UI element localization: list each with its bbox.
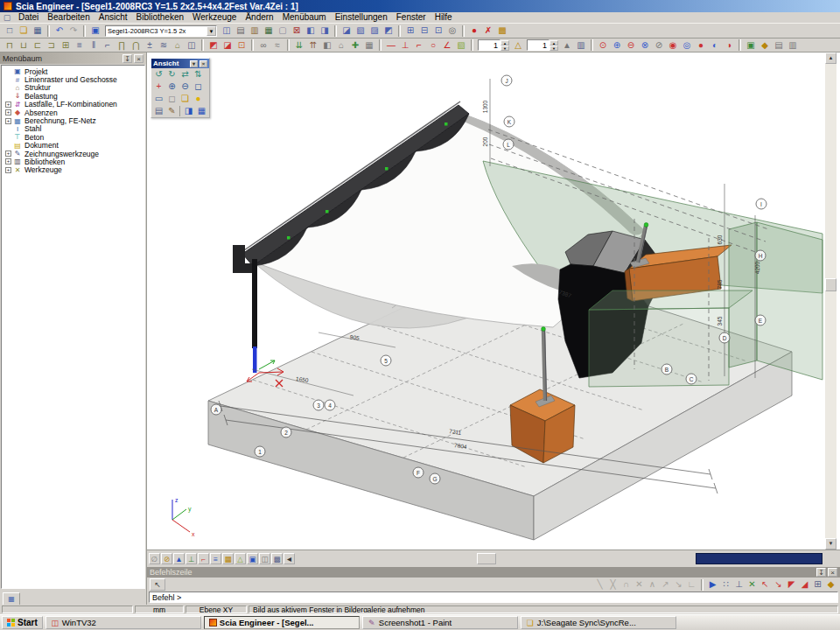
- tree-item-dokument[interactable]: ▤Dokument: [4, 142, 144, 150]
- supports-icon[interactable]: ⊥: [186, 553, 197, 564]
- arrange-windows-icon[interactable]: ◩: [382, 24, 396, 37]
- labels-icon[interactable]: ≡: [210, 553, 221, 564]
- expand-icon[interactable]: +: [5, 167, 11, 173]
- mesh-icon[interactable]: △: [234, 553, 246, 564]
- tree-item-zeichnungswerkzeuge[interactable]: +✎Zeichnungswerkzeuge: [4, 150, 144, 158]
- menu-ndern[interactable]: Ändern: [241, 12, 277, 23]
- expand-icon[interactable]: +: [5, 102, 11, 108]
- zoom-window-icon[interactable]: ◻: [192, 80, 205, 93]
- rotate-z-icon[interactable]: ⇄: [178, 68, 192, 80]
- redo-icon[interactable]: ↷: [66, 24, 80, 37]
- view-window-icon[interactable]: ◪: [340, 24, 354, 37]
- snap-midpoint-icon[interactable]: ✕: [746, 578, 759, 591]
- combo-dropdown-icon[interactable]: ▼: [206, 26, 216, 36]
- zoom-all-icon[interactable]: ▭: [152, 93, 165, 105]
- support-hinged-icon[interactable]: ⊕: [610, 39, 624, 52]
- save-icon[interactable]: ▦: [31, 24, 45, 37]
- tree-item-bibliotheken[interactable]: +▥Bibliotheken: [4, 158, 144, 165]
- axes-icon[interactable]: ▲: [173, 553, 185, 564]
- layers-icon[interactable]: ▥: [574, 39, 588, 52]
- split-horizontal-icon[interactable]: ◧: [304, 24, 318, 37]
- tree-item-absenzen[interactable]: +◆Absenzen: [4, 108, 144, 116]
- annotate-icon[interactable]: ✎: [165, 105, 178, 117]
- render-light-icon[interactable]: ●: [192, 93, 205, 105]
- mirror-icon[interactable]: ◧: [320, 39, 334, 52]
- results-icon[interactable]: ▣: [247, 553, 258, 564]
- horizontal-scroll-thumb[interactable]: [477, 553, 496, 564]
- scale-spinner-2[interactable]: 1 ▲▼: [527, 39, 558, 51]
- taskbar-task[interactable]: ◫WinTV32: [46, 616, 201, 629]
- zoom-out-icon[interactable]: ⊖: [178, 80, 192, 93]
- undo-icon[interactable]: ↶: [52, 24, 66, 37]
- snap-grid-icon[interactable]: ∷: [719, 578, 732, 591]
- support-point-icon[interactable]: ⊗: [638, 39, 652, 52]
- mesh-tool-icon[interactable]: ≋: [157, 39, 171, 52]
- save-view-icon[interactable]: ▣: [744, 39, 758, 52]
- snap-line-icon[interactable]: ╲: [593, 578, 606, 591]
- array-icon[interactable]: ▦: [362, 39, 376, 52]
- snap-vertex-icon[interactable]: ∧: [646, 578, 659, 591]
- dot-grid-icon[interactable]: ⊞: [811, 578, 824, 591]
- menu-einstellungen[interactable]: Einstellungen: [331, 12, 392, 23]
- load-surface-icon[interactable]: ●: [694, 39, 708, 52]
- move-icon[interactable]: ⇊: [292, 39, 306, 52]
- slab-tool-icon[interactable]: ⊏: [31, 39, 45, 52]
- snap-extension-icon[interactable]: ↘: [672, 578, 685, 591]
- menubaum-tab[interactable]: ▦: [3, 592, 20, 605]
- wireframe-icon[interactable]: ∅: [149, 553, 160, 564]
- tree-item-berechnung--fe-netz[interactable]: +▦Berechnung, FE-Netz: [4, 116, 144, 124]
- print-icon[interactable]: ▤: [234, 24, 248, 37]
- vertical-scrollbar[interactable]: ▲ ▼: [825, 52, 836, 550]
- load-free-icon[interactable]: ◑: [722, 39, 736, 52]
- perspective-icon[interactable]: ◨: [182, 105, 195, 117]
- activity-icon[interactable]: △: [511, 39, 525, 52]
- expand-icon[interactable]: +: [5, 158, 11, 164]
- spin-down-icon[interactable]: ▼: [550, 46, 558, 51]
- snap-arc-icon[interactable]: ∩: [620, 578, 633, 591]
- subregion-tool-icon[interactable]: ≡: [73, 39, 87, 52]
- page-icon[interactable]: ▢: [276, 24, 290, 37]
- new-view-icon[interactable]: ⊞: [403, 24, 417, 37]
- zoom-in-icon[interactable]: ⊕: [165, 80, 178, 93]
- perpendicular-tool-icon[interactable]: ⊥: [398, 39, 412, 52]
- record-icon[interactable]: ●: [467, 24, 481, 37]
- copy-icon[interactable]: ⇈: [306, 39, 320, 52]
- load-line-icon[interactable]: ◎: [680, 39, 694, 52]
- print-preview-icon[interactable]: ▥: [248, 24, 262, 37]
- rotate-y-icon[interactable]: ↻: [165, 68, 178, 80]
- open-view-icon[interactable]: ❏: [178, 93, 192, 105]
- menu-bibliotheken[interactable]: Bibliotheken: [132, 12, 188, 23]
- zoom-selection-icon[interactable]: ◻: [165, 93, 178, 105]
- haunch-tool-icon[interactable]: ⌐: [101, 39, 115, 52]
- single-view-icon[interactable]: ⊡: [431, 24, 445, 37]
- select-region-icon[interactable]: ◪: [220, 39, 234, 52]
- snap-settings-icon[interactable]: ◆: [824, 578, 837, 591]
- support-post[interactable]: [252, 259, 257, 373]
- snap-nearest-icon[interactable]: ↘: [772, 578, 785, 591]
- command-input[interactable]: Befehl >: [149, 592, 838, 603]
- scroll-left-icon[interactable]: ◄: [284, 553, 295, 564]
- surface-tool-icon[interactable]: ▧: [454, 39, 468, 52]
- spin-down-icon[interactable]: ▼: [500, 46, 509, 51]
- snap-perpendicular-icon[interactable]: ⊥: [732, 578, 746, 591]
- rotate-icon[interactable]: ⌂: [334, 39, 348, 52]
- tree-item-belastung[interactable]: ⇓Belastung: [4, 92, 144, 100]
- user-block-icon[interactable]: ◫: [185, 39, 199, 52]
- snap-corner-icon[interactable]: ◤: [785, 578, 798, 591]
- tree-item-struktur[interactable]: ⌂Struktur: [4, 84, 144, 92]
- snap-endpoint-icon[interactable]: ↖: [759, 578, 772, 591]
- expand-icon[interactable]: +: [5, 109, 11, 116]
- gallery-add-icon[interactable]: ▩: [495, 24, 509, 37]
- close-icon[interactable]: ×: [134, 54, 144, 63]
- rib-tool-icon[interactable]: ‖: [87, 39, 101, 52]
- autohide-pin-icon[interactable]: ↧: [122, 54, 132, 63]
- 3d-scene[interactable]: 7211 7804 7387 4200 630 785 345 1300 200…: [147, 52, 827, 550]
- line-tool-icon[interactable]: —: [384, 39, 398, 52]
- frame-tool-icon[interactable]: ∏: [115, 39, 129, 52]
- tree-item-beton[interactable]: ⊤Beton: [4, 133, 144, 141]
- scroll-up-icon[interactable]: ▲: [825, 52, 836, 64]
- load-thermal-icon[interactable]: ◐: [708, 39, 722, 52]
- track-cursor-icon[interactable]: ▶: [706, 578, 719, 591]
- table-icon[interactable]: ▤: [772, 39, 786, 52]
- expand-icon[interactable]: +: [5, 118, 11, 124]
